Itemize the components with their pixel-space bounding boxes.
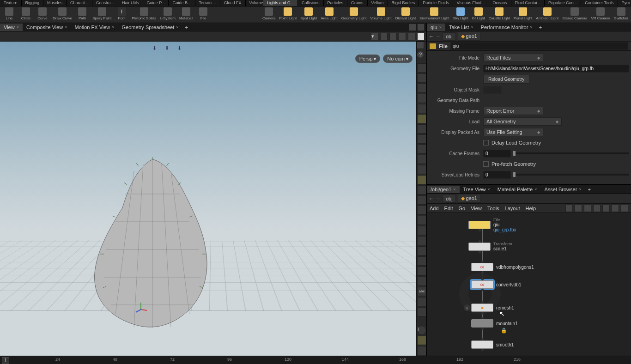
pane-layout-icon[interactable] [409, 24, 416, 31]
font-tool[interactable]: TFont [114, 7, 130, 21]
viewport-option-icon[interactable] [417, 33, 425, 40]
shelf-tab[interactable]: Pyro FX [618, 0, 631, 6]
display-toggle[interactable] [417, 195, 426, 205]
display-toggle[interactable] [417, 267, 426, 276]
tab-node[interactable]: qiu× [427, 24, 445, 31]
display-toggle[interactable] [417, 277, 426, 286]
forward-icon[interactable]: → [436, 196, 441, 201]
snap-icon[interactable]: ⬇ [165, 45, 169, 51]
shelf-tab[interactable]: Particles [324, 0, 348, 6]
viewport-option-icon[interactable] [389, 33, 397, 40]
retries-field[interactable] [483, 171, 511, 179]
persp-dropdown[interactable]: Persp ▾ [355, 55, 381, 63]
cacheframes-field[interactable] [483, 150, 511, 158]
node-scale1[interactable]: Transformscale1 [468, 242, 512, 251]
add-tab-icon[interactable]: + [536, 24, 545, 30]
cacheframes-slider[interactable] [513, 152, 629, 154]
display-toggle[interactable] [417, 185, 426, 194]
net-tool-icon[interactable] [565, 205, 573, 212]
line-tool[interactable]: Line [1, 7, 18, 21]
shelf-tab[interactable]: Fluid Contai... [511, 0, 545, 6]
display-toggle[interactable] [417, 145, 426, 154]
close-icon[interactable]: × [534, 187, 537, 192]
shelf-tab[interactable]: Rigging [22, 0, 44, 6]
display-toggle[interactable] [417, 307, 426, 316]
prefetch-checkbox[interactable] [483, 161, 489, 167]
net-tool-icon[interactable] [575, 205, 582, 212]
display-toggle[interactable] [417, 346, 426, 355]
shelf-tab[interactable]: Populate Con... [545, 0, 581, 6]
objmask-field[interactable] [483, 86, 502, 94]
display-toggle[interactable] [417, 236, 426, 245]
shelf-tab[interactable]: Cloud FX [220, 0, 246, 6]
tab-motionfx[interactable]: Motion FX View× [71, 24, 118, 31]
shelf-tab[interactable]: Guide P... [143, 0, 169, 6]
snap-icon[interactable]: ⬇ [152, 45, 157, 51]
close-icon[interactable]: × [65, 25, 67, 30]
network-canvas[interactable]: Fileqiuqiu_grp.fbx Transformscale1 ∞ vdb… [427, 213, 631, 356]
curve-tool[interactable]: Curve [34, 7, 51, 21]
shelf-tab[interactable]: Grains [347, 0, 368, 6]
camera-dropdown[interactable]: No cam ▾ [383, 55, 413, 63]
vrcam-tool[interactable]: VR Camera [589, 7, 613, 21]
reload-button[interactable]: Reload Geometry [483, 75, 529, 84]
menu-edit[interactable]: Edit [444, 206, 453, 211]
shelf-tab[interactable]: Viscous Fluid... [453, 0, 489, 6]
display-toggle[interactable] [417, 114, 426, 123]
path-tool[interactable]: Path [74, 7, 91, 21]
display-toggle[interactable] [417, 73, 426, 83]
menu-layout[interactable]: Layout [505, 206, 520, 211]
net-tool-icon[interactable] [621, 205, 628, 212]
drawcurve-tool[interactable]: Draw Curve [51, 7, 74, 21]
shelf-tab[interactable]: Charact... [67, 0, 92, 6]
lsystem-tool[interactable]: L-System [158, 7, 177, 21]
causticlight-tool[interactable]: Caustic Light [487, 7, 512, 21]
spotlight-tool[interactable]: Spot Light [298, 7, 319, 21]
path-geo1[interactable]: ◆ geo1 [458, 32, 480, 41]
shelf-tab[interactable]: Collisions [298, 0, 324, 6]
back-icon[interactable]: ← [429, 34, 434, 39]
platonic-tool[interactable]: Platonic Solids [130, 7, 158, 21]
net-tool-icon[interactable] [612, 205, 619, 212]
shelf-tab[interactable]: Terrain ... [195, 0, 221, 6]
shelf-tab[interactable]: Container Tools [581, 0, 618, 6]
file-tool[interactable]: File [195, 7, 212, 21]
close-icon[interactable]: × [530, 25, 532, 30]
menu-help[interactable]: Help [526, 206, 536, 211]
file-link[interactable]: qiu_grp.fbx [493, 227, 516, 232]
display-toggle[interactable] [417, 165, 426, 174]
displaypacked-dropdown[interactable]: Use File Setting◆ [483, 128, 543, 136]
display-grid-icon[interactable] [417, 336, 426, 345]
spraypaint-tool[interactable]: Spray Paint [91, 7, 113, 21]
back-icon[interactable]: ← [429, 196, 434, 201]
info-icon[interactable]: i [417, 326, 426, 335]
tab-matpalette[interactable]: Material Palette× [494, 186, 541, 193]
pane-layout-icon[interactable] [417, 24, 425, 31]
geofile-field[interactable] [483, 65, 629, 73]
menu-tools[interactable]: Tools [487, 206, 499, 211]
tab-geospreadsheet[interactable]: Geometry Spreadsheet× [118, 24, 182, 31]
missingframe-dropdown[interactable]: Report Error◆ [483, 107, 543, 115]
menu-add[interactable]: Add [430, 206, 439, 211]
display-toggle[interactable] [417, 94, 426, 103]
portallight-tool[interactable]: Portal Light [512, 7, 534, 21]
net-tool-icon[interactable] [602, 205, 610, 212]
display-toggle[interactable] [417, 297, 426, 306]
pointlight-tool[interactable]: Point Light [277, 7, 298, 21]
add-tab-icon[interactable]: + [182, 24, 191, 30]
shelf-tab[interactable]: Particle Fluids [419, 0, 453, 6]
shelf-tab[interactable]: Texture [0, 0, 22, 6]
viewport-option-icon[interactable] [380, 33, 388, 40]
camera-tool[interactable]: Camera [261, 7, 277, 21]
close-icon[interactable]: × [439, 25, 442, 30]
geolight-tool[interactable]: Geometry Light [340, 7, 369, 21]
close-icon[interactable]: × [453, 187, 455, 192]
display-toggle[interactable] [417, 206, 426, 215]
stereocam-tool[interactable]: Stereo Camera [560, 7, 589, 21]
tab-view[interactable]: View× [0, 24, 23, 31]
net-tool-icon[interactable] [593, 205, 601, 212]
close-icon[interactable]: × [579, 187, 581, 192]
ambientlight-tool[interactable]: Ambient Light [534, 7, 560, 21]
display-toggle[interactable] [417, 175, 426, 184]
help-icon[interactable]: ? [417, 51, 424, 58]
